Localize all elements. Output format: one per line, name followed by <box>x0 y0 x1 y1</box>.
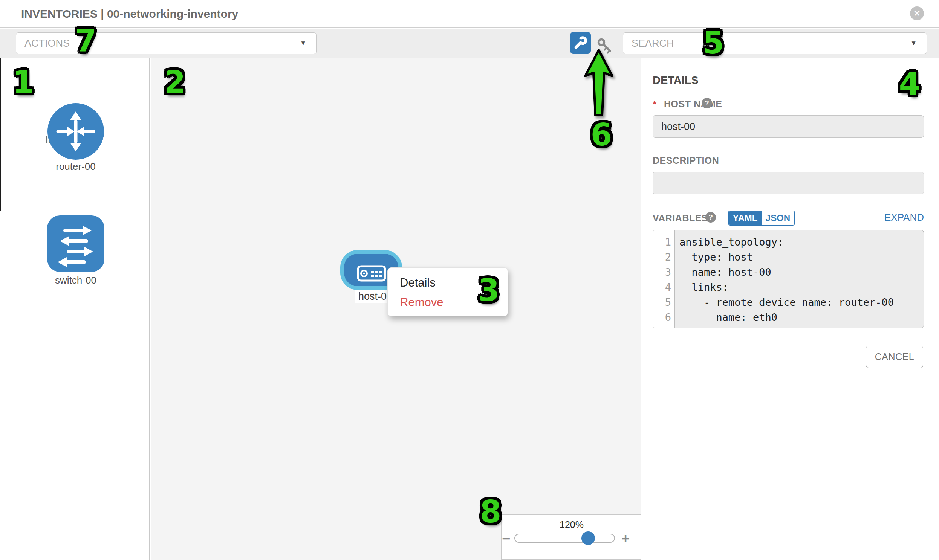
key-button[interactable] <box>597 38 615 54</box>
line-number: 6 <box>653 310 671 325</box>
host-icon <box>357 265 386 282</box>
line-number: 1 <box>653 235 671 250</box>
line-number: 7 <box>653 325 671 328</box>
code-line: name: eth0 <box>679 310 777 325</box>
variables-label: VARIABLES <box>653 213 708 224</box>
line-number: 4 <box>653 280 671 295</box>
window-header: INVENTORIES | 00-networking-inventory ✕ <box>0 0 939 28</box>
switch-item-label: switch-00 <box>27 275 125 286</box>
required-marker: * <box>653 98 657 110</box>
code-line: remote_interface_name: eth0 <box>679 325 881 328</box>
switch-icon <box>47 215 104 272</box>
chevron-down-icon: ▼ <box>910 33 917 54</box>
actions-dropdown[interactable]: ACTIONS ▼ <box>16 32 316 54</box>
line-number: 3 <box>653 265 671 280</box>
zoom-in-button[interactable]: + <box>618 531 633 547</box>
host-name-label: HOST NAME <box>664 98 722 109</box>
help-icon[interactable]: ? <box>705 212 716 223</box>
line-number: 2 <box>653 250 671 265</box>
close-icon[interactable]: ✕ <box>910 6 924 20</box>
description-label: DESCRIPTION <box>653 155 719 166</box>
zoom-out-button[interactable]: − <box>498 531 513 547</box>
palette-item-router[interactable] <box>48 103 104 160</box>
code-line: - remote_device_name: router-00 <box>679 295 894 310</box>
code-line: name: host-00 <box>679 265 771 280</box>
toolbar: ACTIONS ▼ SEARCH <box>0 29 939 58</box>
help-icon[interactable]: ? <box>702 98 712 108</box>
wrench-icon <box>570 32 591 54</box>
router-item-label: router-00 <box>27 161 125 172</box>
key-icon <box>597 38 615 54</box>
cancel-button[interactable]: CANCEL <box>866 346 923 368</box>
variables-format-toggle: YAML JSON <box>728 211 795 226</box>
search-dropdown[interactable]: SEARCH ▼ <box>623 32 927 54</box>
palette-item-switch[interactable] <box>47 215 104 272</box>
zoom-slider-track[interactable] <box>514 534 615 543</box>
code-line: links: <box>679 280 728 295</box>
context-menu-item-remove[interactable]: Remove <box>400 295 443 309</box>
variables-code-editor[interactable]: 1 ansible_topology: 2 type: host 3 name:… <box>653 230 924 328</box>
page-title: INVENTORIES | 00-networking-inventory <box>21 8 238 20</box>
description-input[interactable] <box>653 172 924 194</box>
details-heading: DETAILS <box>653 74 698 87</box>
code-line: ansible_topology: <box>679 235 783 250</box>
host-name-input[interactable] <box>653 115 924 138</box>
zoom-level-readout: 120% <box>502 519 641 530</box>
code-line: type: host <box>679 250 753 265</box>
sidebar-left-edge <box>0 58 1 211</box>
search-dropdown-label: SEARCH <box>632 38 674 49</box>
expand-link[interactable]: EXPAND <box>848 212 924 223</box>
node-context-menu: Details Remove <box>387 268 508 316</box>
line-number: 5 <box>653 295 671 310</box>
zoom-control: 120% − + <box>501 514 641 560</box>
zoom-slider-handle[interactable] <box>581 531 595 545</box>
router-icon <box>48 103 104 160</box>
tools-wrench-button[interactable] <box>570 32 591 54</box>
tab-json[interactable]: JSON <box>762 211 794 225</box>
context-menu-item-details[interactable]: Details <box>400 276 436 289</box>
actions-dropdown-label: ACTIONS <box>25 38 70 49</box>
chevron-down-icon: ▼ <box>300 33 306 54</box>
tab-yaml[interactable]: YAML <box>729 211 762 225</box>
